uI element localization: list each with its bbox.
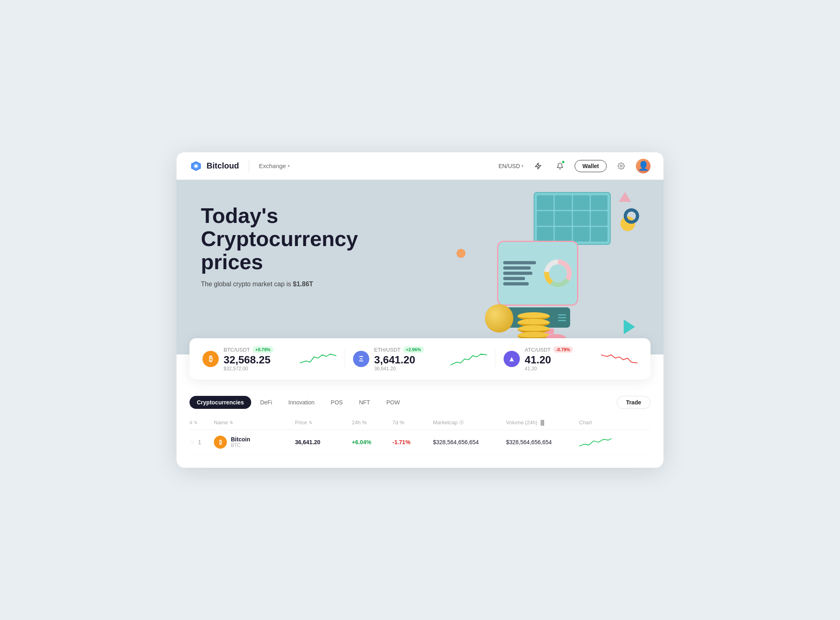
tab-cryptocurrencies[interactable]: Cryptocurrencies [190,396,251,409]
eth-badge: +2.96% [403,346,424,353]
eth-pair-name: ETH/USDT [374,347,401,353]
row-chart [579,436,612,448]
th-7d: 7d % [392,419,433,426]
ticker-item-btc[interactable]: ₿ BTC/USDT +0.79% 32,568.25 $32,572.00 [202,346,336,372]
btc-icon: ₿ [202,351,219,367]
atc-price: 41.20 [525,354,596,365]
chevron-down-icon: ▾ [521,164,523,168]
atc-chart [601,351,638,367]
user-avatar[interactable]: 👤 [636,159,650,173]
deco-triangle [619,192,631,202]
ticker-item-atc[interactable]: ▲ ATC/USDT -0.79% 41.20 41.20 [504,346,638,372]
th-price: Price ⇅ [295,419,352,426]
deco-orange-blob [457,249,465,258]
favorite-star-icon[interactable]: ☆ [190,439,195,445]
sort-icon-price: ⇅ [309,420,312,425]
th-volume: Volume (24h) ▐▌ [506,419,579,426]
navbar: Bitcloud Exchange ▾ EN/USD ▾ Wallet [177,152,663,180]
th-number: # ⇅ [190,419,214,426]
coin-price: 36,641.20 [295,439,352,445]
svg-point-2 [194,164,198,168]
notification-dot [562,160,565,164]
hero-content: Today's Cryptocurrency prices The global… [201,196,404,288]
info-icon: ⓢ [459,419,464,426]
th-chart: Chart [579,419,628,426]
btc-pair-name: BTC/USDT [224,347,250,353]
table-row: ☆ 1 ₿ Bitcoin BTC 36,641.20 +6.04% -1.71… [190,430,650,455]
table-section: # ⇅ Name ⇅ Price ⇅ 24h % 7d % Marketcap … [177,409,663,468]
change-24h: +6.04% [352,439,392,445]
ticker-divider-1 [345,349,345,369]
ticker-strip: ₿ BTC/USDT +0.79% 32,568.25 $32,572.00 Ξ… [190,338,650,380]
coin-name-cell: ₿ Bitcoin BTC [214,436,295,449]
exchange-nav[interactable]: Exchange ▾ [259,162,290,169]
tab-innovation[interactable]: Innovation [281,396,322,409]
hero-title: Today's Cryptocurrency prices [201,204,404,274]
tab-pow[interactable]: POW [379,396,407,409]
notification-button[interactable] [553,159,567,173]
logo-text: Bitcloud [207,161,239,171]
hero-section: Today's Cryptocurrency prices The global… [177,180,663,354]
marketcap-value: $328,564,656,654 [433,439,506,445]
atc-icon: ▲ [504,351,520,367]
coins-illustration [517,312,550,338]
tab-nft[interactable]: NFT [352,396,377,409]
coin-name: Bitcoin [231,436,250,443]
coin-symbol: BTC [231,443,250,448]
chevron-down-icon: ▾ [288,164,290,168]
tabs-row: Cryptocurrencies DeFi Innovation POS NFT… [177,388,663,409]
eth-chart [450,351,487,367]
sort-icon-number: ⇅ [194,420,197,425]
btc-badge: +0.79% [252,346,274,353]
bitcoin-icon: ₿ [214,436,227,449]
deco-arrow [624,320,635,334]
atc-pair-name: ATC/USDT [525,347,551,353]
app-container: Bitcloud Exchange ▾ EN/USD ▾ Wallet [177,152,663,468]
th-marketcap: Marketcap ⓢ [433,419,506,426]
volume-value: $328,564,656,654 [506,439,579,445]
eth-icon: Ξ [353,351,369,367]
logo-icon [190,160,202,173]
bar-chart-icon: ▐▌ [539,420,546,426]
table-header: # ⇅ Name ⇅ Price ⇅ 24h % 7d % Marketcap … [190,415,650,430]
ticker-item-eth[interactable]: Ξ ETH/USDT +2.96% 3,641.20 36,641.20 [353,346,487,372]
lightning-button[interactable] [531,159,545,173]
locale-selector[interactable]: EN/USD ▾ [498,163,523,169]
svg-point-3 [620,165,622,167]
btc-price: 32,568.25 [224,354,295,365]
ticker-divider-2 [495,349,495,369]
btc-chart [300,351,336,367]
btc-sub: $32,572.00 [224,366,295,372]
eth-price: 3,641.20 [374,354,446,365]
nav-right: EN/USD ▾ Wallet 👤 [498,159,650,173]
sort-icon-name: ⇅ [230,420,233,425]
trade-button[interactable]: Trade [617,396,650,409]
row-number: ☆ 1 [190,439,214,445]
logo-area[interactable]: Bitcloud [190,160,239,173]
atc-badge: -0.79% [553,346,573,353]
change-7d: -1.71% [392,439,433,445]
settings-button[interactable] [614,159,629,173]
atc-sub: 41.20 [525,366,596,372]
nav-divider [249,160,249,172]
th-name: Name ⇅ [214,419,295,426]
wallet-button[interactable]: Wallet [575,160,607,172]
tab-pos[interactable]: POS [323,396,350,409]
eth-sub: 36,641.20 [374,366,446,372]
th-24h: 24h % [352,419,392,426]
hero-illustration [444,184,639,354]
tab-defi[interactable]: DeFi [253,396,280,409]
hero-subtitle: The global crypto market cap is $1.86T [201,281,404,288]
